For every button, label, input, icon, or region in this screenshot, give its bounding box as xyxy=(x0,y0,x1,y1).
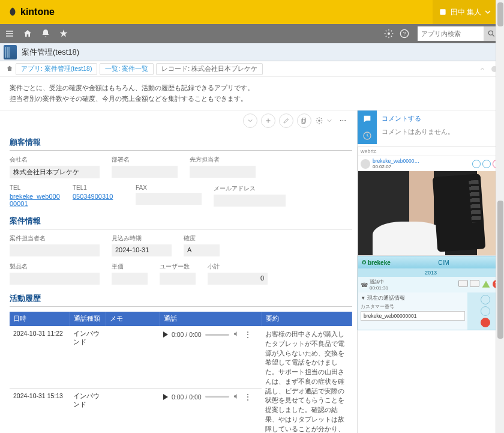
app-description: 案件ごとに、受注の確度や金額はもちろん、活動の履歴も記録できるアプリです。 担当… xyxy=(0,77,504,111)
warning-icon[interactable] xyxy=(481,280,491,289)
history-table: 日時 通話種類 メモ 通話 要約 2024-10-31 11:22 インバウンド… xyxy=(10,312,352,433)
tel1-label: TEL1 xyxy=(73,184,124,191)
audio-time: 0:00 / 0:00 xyxy=(172,331,202,338)
audio-more-icon[interactable]: ⋮ xyxy=(244,392,252,402)
cell-type: インバウンド xyxy=(70,388,106,433)
nav-arrow-icon[interactable] xyxy=(479,65,486,73)
cim-brand: brekeke xyxy=(368,259,391,266)
gear-icon[interactable] xyxy=(384,29,394,38)
customer-id-label: カスタマー番号 xyxy=(361,303,465,310)
table-row: 2024-10-31 11:22 インバウンド 0:00 / 0:00⋮ お客様… xyxy=(10,326,352,388)
settings-icon[interactable] xyxy=(315,117,323,125)
col-datetime: 日時 xyxy=(10,312,70,326)
user-name: 田中 集人 xyxy=(451,7,481,17)
expected-label: 見込み時期 xyxy=(112,234,172,243)
col-memo: メモ xyxy=(106,312,160,326)
audio-progress[interactable] xyxy=(205,396,229,398)
call-status: 通話中 xyxy=(370,279,388,285)
cell-type: インバウンド xyxy=(70,326,106,388)
mute-icon[interactable] xyxy=(233,393,240,401)
mail-value xyxy=(214,195,286,207)
play-icon[interactable] xyxy=(163,332,168,338)
chevron-down-icon[interactable] xyxy=(327,118,332,123)
mute-icon[interactable] xyxy=(233,330,240,339)
star-icon[interactable] xyxy=(59,29,68,38)
comment-tab[interactable] xyxy=(358,111,377,144)
audio-progress[interactable] xyxy=(205,334,229,336)
cim-panel: ✪ brekeke CIM ▾ 2013 ☎ 通話中 00:01:31 xyxy=(358,256,504,330)
chevron-down-icon xyxy=(485,9,491,15)
rtc-button[interactable] xyxy=(482,160,491,168)
webrtc-panel: webrtc brekeke_web0000… 00:02:07 xyxy=(358,147,504,256)
webrtc-tab[interactable]: webrtc xyxy=(358,147,503,156)
tel-label: TEL xyxy=(10,184,61,191)
cell-summary: お客様の田中さんが購入したタブレットが不良品で電源が入らないため、交換を希望して… xyxy=(262,326,352,433)
tel1-link[interactable]: 05034900310 xyxy=(73,193,124,200)
breadcrumb-app[interactable]: アプリ: 案件管理(test18) xyxy=(16,63,97,75)
history-icon xyxy=(362,131,372,141)
col-type: 通話種類 xyxy=(70,312,106,326)
svg-rect-6 xyxy=(303,118,306,123)
col-recording: 通話 xyxy=(160,312,262,326)
breadcrumb: アプリ: 案件管理(test18) 一覧: 案件一覧 レコード: 株式会社日本ブ… xyxy=(0,61,504,77)
section-customer: 顧客情報 xyxy=(10,135,352,151)
user-icon xyxy=(439,8,447,16)
customer-id-value: brekeke_web00000001 xyxy=(361,311,465,321)
breadcrumb-list[interactable]: 一覧: 案件一覧 xyxy=(100,63,154,75)
caller-avatar-icon xyxy=(361,159,370,169)
home-icon[interactable] xyxy=(23,29,32,38)
cim-year: 2013 xyxy=(358,268,503,277)
svg-rect-7 xyxy=(302,120,305,124)
caller-name: brekeke_web0000… xyxy=(373,158,419,164)
fax-label: FAX xyxy=(136,184,202,191)
help-icon[interactable]: ? xyxy=(400,29,409,38)
vertical-scrollbar[interactable] xyxy=(496,0,504,433)
unit-value xyxy=(112,273,148,285)
probability-label: 確度 xyxy=(184,234,220,243)
add-button[interactable] xyxy=(261,114,275,128)
users-label: ユーザー数 xyxy=(160,262,196,271)
tel-link[interactable]: brekeke_web00000001 xyxy=(10,193,61,207)
edit-button[interactable] xyxy=(279,114,293,128)
probability-value: A xyxy=(184,244,220,256)
svg-point-4 xyxy=(488,31,493,35)
cim-title: CIM xyxy=(391,259,497,266)
expected-value: 2024-10-31 xyxy=(112,244,172,256)
copy-button[interactable] xyxy=(297,114,311,128)
cim-side-button[interactable] xyxy=(481,295,490,304)
cim-section: ▼ 現在の通話情報 xyxy=(361,295,465,302)
app-title: 案件管理(test18) xyxy=(22,47,79,58)
svg-point-1 xyxy=(388,32,390,35)
contact-value xyxy=(190,166,256,178)
dept-value xyxy=(112,166,178,178)
product-label: 製品名 xyxy=(10,262,100,271)
status-icon: ☎ xyxy=(361,282,368,288)
cim-side-button[interactable] xyxy=(481,306,490,316)
rtc-button[interactable] xyxy=(472,160,481,168)
svg-text:?: ? xyxy=(403,31,406,37)
user-menu[interactable]: 田中 集人 xyxy=(433,0,497,24)
app-icon xyxy=(4,45,17,59)
section-case: 案件情報 xyxy=(10,213,352,229)
nav-down-button[interactable] xyxy=(243,114,257,128)
no-comments: コメントはありません。 xyxy=(382,128,499,136)
cim-button[interactable] xyxy=(458,280,468,287)
subtotal-label: 小計 xyxy=(208,262,268,271)
call-timer: 00:01:31 xyxy=(370,285,388,291)
call-duration: 00:02:07 xyxy=(373,164,419,169)
search-input[interactable] xyxy=(418,30,484,37)
breadcrumb-home[interactable] xyxy=(6,65,13,73)
video-feed xyxy=(358,171,503,255)
audio-player[interactable]: 0:00 / 0:00⋮ xyxy=(163,392,258,402)
company-value: 株式会社日本ブレケケ xyxy=(10,166,100,178)
cim-side-button[interactable] xyxy=(481,318,490,327)
bell-icon[interactable] xyxy=(41,29,50,38)
play-icon[interactable] xyxy=(163,394,168,400)
cim-button[interactable] xyxy=(470,280,479,287)
more-button[interactable]: ⋯ xyxy=(335,114,350,128)
comment-action[interactable]: コメントする xyxy=(382,114,499,123)
menu-icon[interactable] xyxy=(5,29,14,38)
audio-more-icon[interactable]: ⋮ xyxy=(244,330,252,339)
fax-value xyxy=(136,193,202,205)
audio-player[interactable]: 0:00 / 0:00⋮ xyxy=(163,330,258,339)
